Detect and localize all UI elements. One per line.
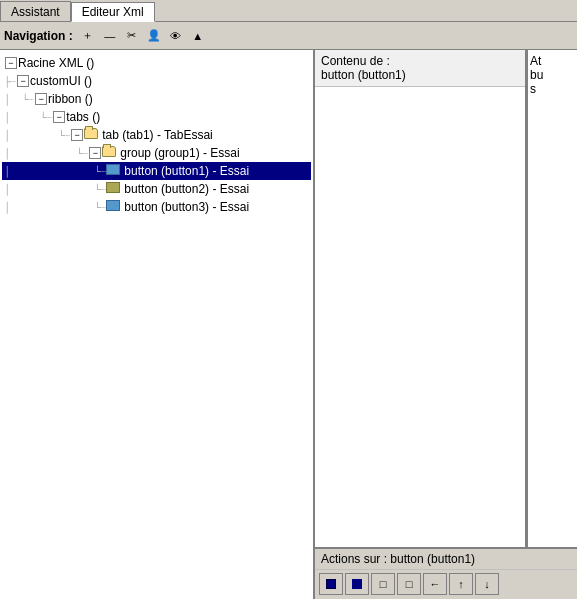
expand-group1[interactable]: − [89,147,101,159]
back-arrow-icon: ← [430,578,441,590]
tab-assistant[interactable]: Assistant [0,1,71,21]
item-label-racine: Racine XML () [18,56,94,70]
add-icon: ＋ [82,28,93,43]
tree-item-tab1[interactable]: │ └┈ − tab (tab1) - TabEssai [2,126,311,144]
attr-header-1: At [530,54,575,68]
connector-tabs: │ └┈ [4,112,52,123]
minus-icon: — [104,30,115,42]
connector-button1: │ └┈ [4,166,106,177]
expand-ribbon[interactable]: − [35,93,47,105]
connector-ribbon: │ └┈ [4,94,34,105]
action-bar: Actions sur : button (button1) □ □ [315,547,577,599]
content-panel: Contenu de : button (button1) [315,50,527,547]
attr-panel-inner: At bu s [528,50,577,547]
tree-item-ribbon[interactable]: │ └┈ − ribbon () [2,90,311,108]
connector-tab1: │ └┈ [4,130,70,141]
expand-tab1[interactable]: − [71,129,83,141]
attr-header-2: bu [530,68,575,82]
content-area [315,87,525,547]
tree-item-button3[interactable]: │ └┈ button (button3) - Essai [2,198,311,216]
attr-panel-header: At bu s [528,50,577,100]
item-label-ribbon: ribbon () [48,92,93,106]
button-olive-icon-2 [106,182,122,196]
up-icon: ▲ [192,30,203,42]
nav-panel: − Racine XML () ├┈ − customUI () │ └┈ − … [0,50,315,599]
paste-icon: □ [406,578,413,590]
item-label-customui: customUI () [30,74,92,88]
toolbar-find-btn[interactable]: 👁 [165,26,187,46]
attr-header-3: s [530,82,575,96]
tab-bar: Assistant Editeur Xml [0,0,577,22]
right-top: Contenu de : button (button1) At bu s [315,50,577,547]
expand-tabs[interactable]: − [53,111,65,123]
search-icon: 👤 [147,29,161,42]
tree-item-group1[interactable]: │ └┈ − group (group1) - Essai [2,144,311,162]
main-container: Navigation : ＋ — ✂ 👤 👁 ▲ − Racine XM [0,22,577,599]
stop-icon [326,579,336,589]
toolbar-search-btn[interactable]: 👤 [143,26,165,46]
button-blue-icon-1 [106,164,122,178]
expand-racine[interactable]: − [5,57,17,69]
tab-editeur-xml[interactable]: Editeur Xml [71,2,155,22]
toolbar-label: Navigation : [4,29,73,43]
down-arrow-icon: ↓ [484,578,490,590]
action-btn-2[interactable] [345,573,369,595]
folder-icon-tab1 [84,128,100,142]
action-buttons: □ □ ← ↑ ↓ [315,570,577,598]
content-panel-header: Contenu de : button (button1) [315,50,525,87]
folder-icon-group1 [102,146,118,160]
action-btn-1[interactable] [319,573,343,595]
toolbar-up-btn[interactable]: ▲ [187,26,209,46]
content-row: − Racine XML () ├┈ − customUI () │ └┈ − … [0,50,577,599]
content-header-line2: button (button1) [321,68,519,82]
connector-button3: │ └┈ [4,202,106,213]
expand-customui[interactable]: − [17,75,29,87]
button-blue-icon-3 [106,200,122,214]
tree-item-tabs[interactable]: │ └┈ − tabs () [2,108,311,126]
item-label-tab1: tab (tab1) - TabEssai [102,128,213,142]
action-btn-4[interactable]: □ [397,573,421,595]
copy-icon: □ [380,578,387,590]
connector-button2: │ └┈ [4,184,106,195]
action-label: Actions sur : button (button1) [315,549,577,570]
action-btn-3[interactable]: □ [371,573,395,595]
item-label-button1: button (button1) - Essai [124,164,249,178]
toolbar-cut-btn[interactable]: ✂ [121,26,143,46]
item-label-button2: button (button2) - Essai [124,182,249,196]
scissors-icon: ✂ [127,29,136,42]
right-panels: Contenu de : button (button1) At bu s [315,50,577,599]
toolbar-delete-btn[interactable]: — [99,26,121,46]
binoculars-icon: 👁 [170,30,181,42]
item-label-tabs: tabs () [66,110,100,124]
tree-item-button2[interactable]: │ └┈ button (button2) - Essai [2,180,311,198]
tree-item-customui[interactable]: ├┈ − customUI () [2,72,311,90]
square-icon [352,579,362,589]
toolbar-add-btn[interactable]: ＋ [77,26,99,46]
action-btn-down[interactable]: ↓ [475,573,499,595]
tree-item-button1[interactable]: │ └┈ button (button1) - Essai [2,162,311,180]
connector-customui: ├┈ [4,76,16,87]
connector-group1: │ └┈ [4,148,88,159]
action-btn-up[interactable]: ↑ [449,573,473,595]
toolbar-row: Navigation : ＋ — ✂ 👤 👁 ▲ [0,22,577,50]
item-label-group1: group (group1) - Essai [120,146,239,160]
content-header-line1: Contenu de : [321,54,519,68]
tree-item-racine[interactable]: − Racine XML () [2,54,311,72]
up-arrow-icon: ↑ [458,578,464,590]
item-label-button3: button (button3) - Essai [124,200,249,214]
action-btn-back[interactable]: ← [423,573,447,595]
attr-panel: At bu s [527,50,577,547]
